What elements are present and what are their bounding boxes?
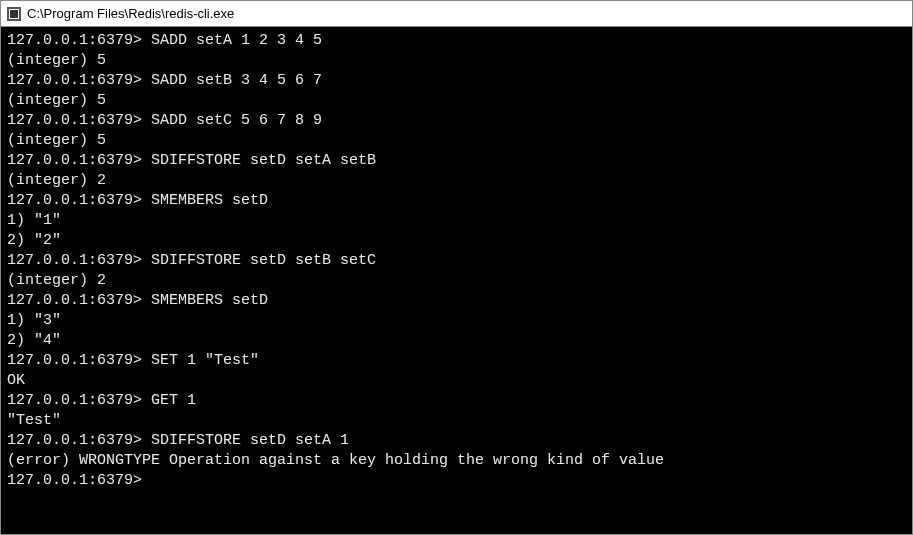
terminal-line: 127.0.0.1:6379> SMEMBERS setD	[7, 291, 906, 311]
prompt: 127.0.0.1:6379>	[7, 32, 151, 49]
command-text: SMEMBERS setD	[151, 292, 268, 309]
prompt: 127.0.0.1:6379>	[7, 432, 151, 449]
app-window: C:\Program Files\Redis\redis-cli.exe 127…	[0, 0, 913, 535]
terminal-line: 127.0.0.1:6379> SDIFFSTORE setD setB set…	[7, 251, 906, 271]
prompt: 127.0.0.1:6379>	[7, 72, 151, 89]
prompt: 127.0.0.1:6379>	[7, 352, 151, 369]
command-text: SMEMBERS setD	[151, 192, 268, 209]
prompt: 127.0.0.1:6379>	[7, 112, 151, 129]
output-line: (integer) 5	[7, 51, 906, 71]
output-line: OK	[7, 371, 906, 391]
titlebar[interactable]: C:\Program Files\Redis\redis-cli.exe	[1, 1, 912, 27]
prompt: 127.0.0.1:6379>	[7, 152, 151, 169]
output-line: 2) "4"	[7, 331, 906, 351]
output-line: 1) "1"	[7, 211, 906, 231]
command-text: SADD setB 3 4 5 6 7	[151, 72, 322, 89]
terminal-line: 127.0.0.1:6379> SDIFFSTORE setD setA 1	[7, 431, 906, 451]
output-line: 2) "2"	[7, 231, 906, 251]
output-line: (error) WRONGTYPE Operation against a ke…	[7, 451, 906, 471]
terminal-line: 127.0.0.1:6379> SET 1 "Test"	[7, 351, 906, 371]
terminal-line: 127.0.0.1:6379> SADD setA 1 2 3 4 5	[7, 31, 906, 51]
output-line: (integer) 2	[7, 271, 906, 291]
prompt: 127.0.0.1:6379>	[7, 192, 151, 209]
output-line: (integer) 5	[7, 91, 906, 111]
output-line: (integer) 2	[7, 171, 906, 191]
prompt: 127.0.0.1:6379>	[7, 252, 151, 269]
terminal-output[interactable]: 127.0.0.1:6379> SADD setA 1 2 3 4 5(inte…	[1, 27, 912, 534]
terminal-line: 127.0.0.1:6379> SADD setB 3 4 5 6 7	[7, 71, 906, 91]
app-icon	[7, 7, 21, 21]
terminal-line: 127.0.0.1:6379> GET 1	[7, 391, 906, 411]
prompt: 127.0.0.1:6379>	[7, 392, 151, 409]
terminal-line: 127.0.0.1:6379>	[7, 471, 906, 491]
terminal-line: 127.0.0.1:6379> SADD setC 5 6 7 8 9	[7, 111, 906, 131]
command-text: SADD setA 1 2 3 4 5	[151, 32, 322, 49]
command-text: SDIFFSTORE setD setA 1	[151, 432, 349, 449]
prompt: 127.0.0.1:6379>	[7, 292, 151, 309]
output-line: "Test"	[7, 411, 906, 431]
prompt: 127.0.0.1:6379>	[7, 472, 151, 489]
command-text: SADD setC 5 6 7 8 9	[151, 112, 322, 129]
command-text: SDIFFSTORE setD setB setC	[151, 252, 376, 269]
command-text: SDIFFSTORE setD setA setB	[151, 152, 376, 169]
output-line: (integer) 5	[7, 131, 906, 151]
output-line: 1) "3"	[7, 311, 906, 331]
command-text: GET 1	[151, 392, 196, 409]
terminal-line: 127.0.0.1:6379> SDIFFSTORE setD setA set…	[7, 151, 906, 171]
window-title: C:\Program Files\Redis\redis-cli.exe	[27, 6, 234, 21]
command-text: SET 1 "Test"	[151, 352, 259, 369]
terminal-line: 127.0.0.1:6379> SMEMBERS setD	[7, 191, 906, 211]
